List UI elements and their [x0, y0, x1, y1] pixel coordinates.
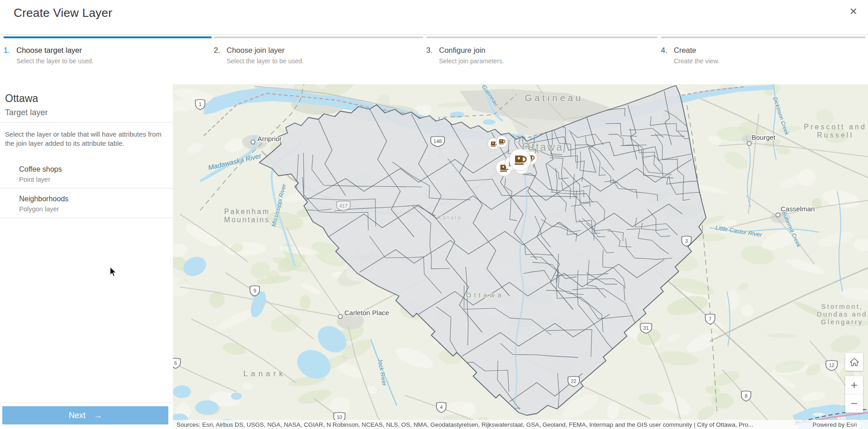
step-label: Create: [674, 46, 696, 55]
panel-divider: [0, 403, 173, 403]
progress-segment-1: [4, 36, 212, 38]
map-label: Ottawa: [466, 291, 504, 299]
map-label: Stormont,: [821, 302, 863, 310]
road-shield: 8: [742, 391, 751, 402]
minus-icon: −: [851, 397, 858, 411]
progress-segment-3: [426, 36, 657, 38]
map-attribution: Sources: Esri, Airbus DS, USGS, NGA, NAS…: [173, 420, 868, 429]
selected-layer-type: Target layer: [5, 108, 48, 117]
powered-by-esri: Powered by Esri: [812, 420, 859, 429]
svg-text:1: 1: [199, 102, 202, 107]
map-label: Prescott and: [804, 123, 867, 131]
step-number: 4.: [661, 46, 674, 55]
road-shield: 7: [706, 314, 715, 325]
step-label: Choose target layer: [16, 46, 82, 55]
map-label: Dundas and: [817, 310, 868, 318]
step-number: 3.: [426, 46, 439, 55]
zoom-in-button[interactable]: +: [845, 376, 863, 394]
svg-text:12: 12: [829, 363, 834, 368]
panel-divider: [0, 218, 173, 218]
svg-text:148: 148: [434, 138, 442, 144]
wizard-step-3: 3.Configure join Select join parameters.: [426, 46, 617, 65]
step-number: 1.: [4, 46, 16, 55]
svg-text:417: 417: [339, 203, 348, 209]
layer-type: Point layer: [19, 176, 50, 183]
map-label: Russell: [817, 131, 853, 139]
svg-text:9: 9: [253, 288, 256, 293]
svg-text:4: 4: [440, 404, 443, 410]
step-label: Configure join: [439, 46, 485, 55]
city-label: Carleton Place: [344, 309, 389, 317]
attribution-sources: Sources: Esri, Airbus DS, USGS, NGA, NAS…: [173, 421, 812, 428]
map-svg[interactable]: GatineauPrescott andRussellStormont,Dund…: [173, 84, 868, 429]
road-shield: 4: [437, 403, 446, 413]
next-button[interactable]: Next →: [2, 406, 168, 424]
close-icon[interactable]: ×: [847, 5, 860, 18]
map-label: Lanark: [243, 369, 286, 378]
progress-segment-2: [214, 36, 423, 38]
plus-icon: +: [851, 378, 858, 392]
wizard-step-2: 2.Choose join layer Select the layer to …: [214, 46, 405, 65]
step-description: Select the layer to be used.: [16, 57, 195, 65]
svg-text:7: 7: [709, 316, 712, 322]
step-label: Choose join layer: [227, 46, 285, 55]
svg-text:8: 8: [745, 393, 747, 398]
page-title: Create View Layer: [14, 6, 112, 20]
map-label: Glengarry: [821, 318, 863, 326]
map-label: Mountains: [224, 216, 270, 224]
layer-name: Coffee shops: [19, 165, 62, 174]
svg-text:10: 10: [337, 414, 342, 420]
layer-item-coffee-shops[interactable]: Coffee shops Point layer: [0, 165, 173, 193]
svg-text:31: 31: [643, 325, 649, 331]
home-button[interactable]: [845, 353, 863, 371]
svg-text:3: 3: [685, 238, 688, 244]
step-description: Select the layer to be used.: [227, 57, 405, 65]
home-icon: [849, 357, 860, 368]
step-description: Select join parameters.: [439, 57, 617, 65]
road-shield: 3: [682, 236, 691, 247]
create-view-layer-dialog: Create View Layer × 1.Choose target laye…: [0, 0, 868, 429]
progress-segment-4: [661, 36, 865, 38]
city-label: Casselman: [781, 205, 815, 213]
coffee-marker[interactable]: [496, 136, 508, 148]
map-label: Pakenham: [224, 208, 270, 215]
wizard-step-1: 1.Choose target layer Select the layer t…: [4, 46, 195, 65]
layer-item-neighborhoods[interactable]: Neighborhoods Polygon layer: [0, 195, 173, 222]
step-description: Create the view.: [674, 57, 852, 65]
road-shield: 1: [196, 100, 205, 110]
step-number: 2.: [214, 46, 227, 55]
city-label: Arnprior: [257, 135, 282, 143]
zoom-out-button[interactable]: −: [845, 394, 863, 413]
zoom-controls: + −: [845, 376, 863, 413]
selected-layer-name: Ottawa: [5, 92, 38, 105]
wizard-step-4: 4.Create Create the view.: [661, 46, 852, 65]
panel-instruction: Select the layer or table that will have…: [5, 130, 165, 148]
svg-text:6: 6: [174, 360, 177, 366]
arrow-right-icon: →: [94, 411, 102, 420]
target-layer-panel: Ottawa Target layer Select the layer or …: [0, 84, 173, 429]
map-canvas[interactable]: GatineauPrescott andRussellStormont,Dund…: [173, 84, 868, 429]
road-shield: 9: [250, 286, 260, 296]
layer-name: Neighborhoods: [19, 195, 69, 203]
coffee-marker[interactable]: [509, 149, 531, 171]
next-button-label: Next: [69, 411, 86, 420]
layer-type: Polygon layer: [19, 205, 59, 213]
city-label: Bourget: [752, 133, 776, 141]
header-divider: [0, 34, 868, 35]
map-label: Kanata: [437, 214, 461, 221]
panel-divider: [0, 188, 173, 189]
panel-divider: [0, 122, 173, 123]
svg-text:22: 22: [571, 378, 576, 384]
map-label: Gatineau: [525, 93, 583, 103]
